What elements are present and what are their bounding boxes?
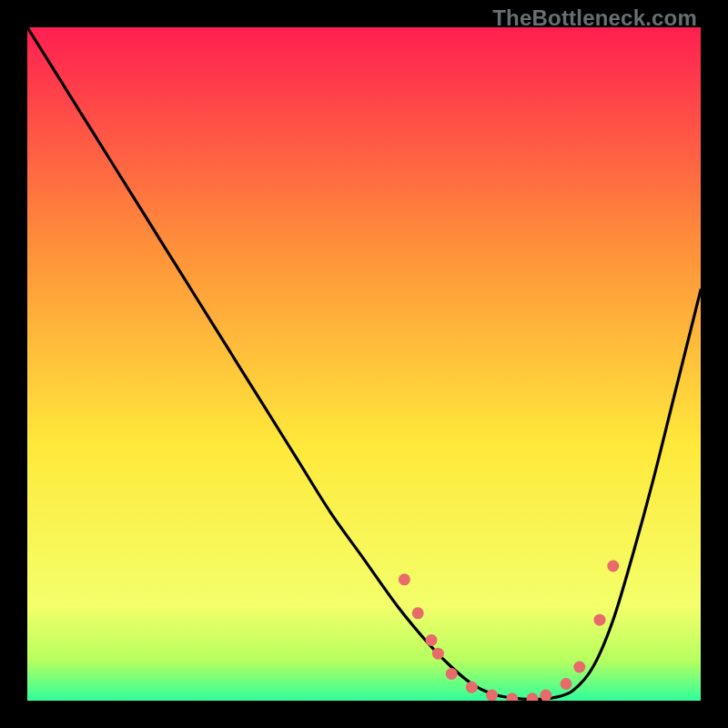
data-point	[527, 693, 539, 701]
data-point	[573, 662, 585, 673]
watermark-text: TheBottleneck.com	[492, 5, 697, 31]
data-point	[607, 561, 619, 572]
data-point	[561, 678, 572, 690]
bottleneck-curve	[27, 27, 701, 700]
data-point	[412, 607, 424, 619]
data-point	[506, 693, 518, 701]
plot-area	[27, 27, 701, 701]
chart-svg	[27, 27, 701, 701]
outer-frame: TheBottleneck.com	[0, 0, 728, 728]
data-point	[399, 573, 410, 585]
data-point	[446, 668, 458, 680]
data-point	[594, 614, 606, 626]
data-point	[540, 690, 551, 701]
data-point	[486, 690, 498, 701]
data-point	[466, 682, 478, 693]
data-point	[432, 648, 444, 660]
data-point	[426, 634, 438, 646]
